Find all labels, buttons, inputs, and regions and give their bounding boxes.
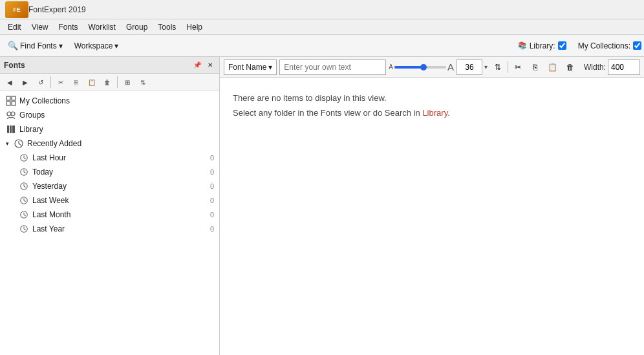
yesterday-label: Yesterday — [32, 182, 208, 191]
sort-button[interactable]: ⇅ — [136, 76, 150, 89]
fonts-tree: My Collections Groups Library ▾ Rece — [0, 91, 219, 355]
size-arrow[interactable]: ▾ — [484, 63, 488, 70]
last-week-icon — [18, 195, 30, 206]
find-fonts-label: Find Fonts — [20, 41, 57, 50]
svg-line-20 — [24, 186, 26, 188]
menu-edit[interactable]: Edit — [3, 21, 27, 33]
recently-added-expander[interactable]: ▾ — [3, 139, 12, 148]
size-slider-track — [394, 66, 446, 69]
size-slider-thumb[interactable] — [420, 64, 427, 70]
size-slider-fill — [394, 66, 423, 69]
size-input[interactable] — [456, 59, 482, 75]
size-large-icon: A — [447, 61, 454, 72]
preview-text-input[interactable] — [279, 59, 386, 75]
logo-text: FE — [13, 6, 21, 13]
recently-added-children: Last Hour 0 Today 0 Yesterday 0 — [0, 151, 219, 236]
groups-label: Groups — [19, 111, 214, 120]
yesterday-count: 0 — [210, 182, 214, 190]
menu-tools[interactable]: Tools — [153, 21, 181, 33]
yesterday-icon — [18, 180, 30, 192]
library-label: Library: — [530, 41, 555, 50]
my-collections-icon — [5, 95, 17, 107]
menu-help[interactable]: Help — [181, 21, 208, 33]
menu-group[interactable]: Group — [121, 21, 153, 33]
svg-point-4 — [7, 112, 11, 116]
panel-toolbar: ◀ ▶ ↺ ✂ ⎘ 📋 🗑 ⊞ ⇅ — [0, 74, 219, 91]
recently-added-icon — [13, 138, 25, 149]
close-panel-button[interactable]: ✕ — [205, 61, 215, 69]
groups-icon — [5, 109, 17, 121]
svg-rect-6 — [7, 125, 9, 133]
empty-line2: Select any folder in the Fonts view or d… — [233, 105, 450, 120]
today-count: 0 — [210, 168, 214, 176]
empty-line1: There are no items to display in this vi… — [233, 91, 450, 105]
workspace-button[interactable]: Workspace ▾ — [69, 37, 123, 55]
title-bar: FE FontExpert 2019 — [0, 0, 644, 19]
empty-message: There are no items to display in this vi… — [233, 91, 450, 121]
tree-item-my-collections[interactable]: My Collections — [0, 94, 219, 108]
copy-button[interactable]: ⎘ — [69, 76, 83, 89]
view-button[interactable]: ⊞ — [120, 76, 134, 89]
last-week-label: Last Week — [32, 196, 208, 205]
cut-button[interactable]: ✂ — [54, 76, 68, 89]
svg-line-29 — [24, 229, 26, 230]
tree-item-recently-added[interactable]: ▾ Recently Added — [0, 136, 219, 151]
last-month-icon — [18, 209, 30, 221]
forward-button[interactable]: ▶ — [18, 76, 32, 89]
my-collections-label: My Collections — [19, 96, 214, 105]
svg-line-11 — [19, 144, 21, 145]
tree-item-last-year[interactable]: Last Year 0 — [13, 222, 219, 236]
app-title: FontExpert 2019 — [28, 5, 86, 14]
width-input[interactable] — [608, 59, 640, 75]
main-toolbar: 🔍 Find Fonts ▾ Workspace ▾ 📚 Library: My… — [0, 35, 644, 57]
svg-line-14 — [24, 158, 26, 159]
copy-content-button[interactable]: ⎘ — [528, 59, 543, 75]
pin-button[interactable]: 📌 — [191, 61, 204, 69]
find-fonts-button[interactable]: 🔍 Find Fonts ▾ — [3, 37, 68, 55]
empty-line2-prefix: Select any folder in the Fonts view or d… — [233, 108, 422, 118]
my-collections-label-toolbar: My Collections: — [578, 41, 630, 50]
menu-bar: Edit View Fonts Worklist Group Tools Hel… — [0, 19, 644, 35]
back-button[interactable]: ◀ — [3, 76, 17, 89]
my-collections-checkbox-label[interactable]: My Collections: — [578, 41, 641, 50]
delete-content-button[interactable]: 🗑 — [563, 59, 578, 75]
tree-item-yesterday[interactable]: Yesterday 0 — [13, 179, 219, 193]
font-name-dropdown[interactable]: Font Name ▾ — [224, 59, 277, 75]
sort-options-button[interactable]: ⇅ — [490, 59, 506, 75]
svg-rect-2 — [6, 102, 10, 105]
library-checkbox[interactable] — [558, 41, 566, 50]
tree-item-today[interactable]: Today 0 — [13, 165, 219, 179]
tree-item-library[interactable]: Library — [0, 122, 219, 136]
content-toolbar: Font Name ▾ A A ▾ ⇅ ✂ ⎘ � — [220, 57, 644, 78]
recently-added-label: Recently Added — [27, 139, 214, 148]
last-hour-count: 0 — [210, 154, 214, 162]
menu-view[interactable]: View — [27, 21, 54, 33]
menu-worklist[interactable]: Worklist — [83, 21, 121, 33]
svg-line-26 — [24, 215, 26, 216]
tree-item-last-hour[interactable]: Last Hour 0 — [13, 151, 219, 165]
delete-button[interactable]: 🗑 — [100, 76, 114, 89]
panel-header: Fonts 📌 ✕ — [0, 57, 219, 74]
menu-fonts[interactable]: Fonts — [53, 21, 83, 33]
last-hour-label: Last Hour — [32, 153, 208, 162]
fonts-panel: Fonts 📌 ✕ ◀ ▶ ↺ ✂ ⎘ 📋 🗑 ⊞ ⇅ — [0, 57, 220, 355]
my-collections-checkbox[interactable] — [633, 41, 641, 50]
last-year-icon — [18, 223, 30, 235]
tree-item-groups[interactable]: Groups — [0, 108, 219, 122]
content-toolbar-right: ⇅ ✂ ⎘ 📋 🗑 Width: — [490, 59, 640, 75]
paste-content-button[interactable]: 📋 — [545, 59, 561, 75]
size-control: ▾ — [456, 59, 488, 75]
paste-button[interactable]: 📋 — [85, 76, 99, 89]
size-small-icon: A — [389, 63, 393, 70]
library-link[interactable]: Library — [422, 108, 447, 118]
svg-rect-7 — [10, 125, 12, 133]
last-month-count: 0 — [210, 211, 214, 219]
cut-content-button[interactable]: ✂ — [510, 59, 526, 75]
refresh-button[interactable]: ↺ — [34, 76, 48, 89]
size-slider-container: A A — [389, 61, 454, 72]
tree-item-last-month[interactable]: Last Month 0 — [13, 208, 219, 222]
tree-item-last-week[interactable]: Last Week 0 — [13, 193, 219, 208]
library-tree-icon — [5, 124, 17, 135]
library-checkbox-label[interactable]: 📚 Library: — [518, 41, 566, 50]
svg-rect-8 — [12, 125, 15, 133]
